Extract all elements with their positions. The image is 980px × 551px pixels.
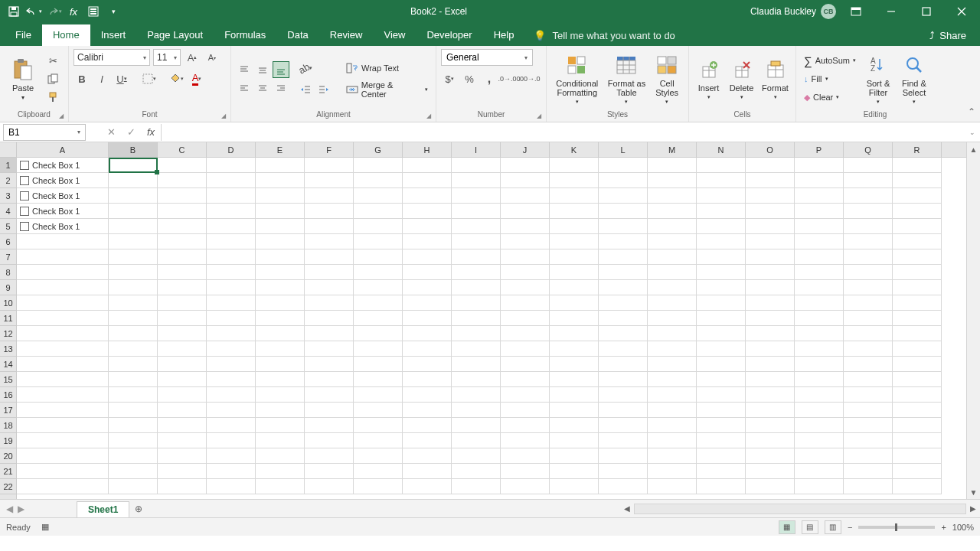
cell-C22[interactable] [158,479,207,494]
cell-Q14[interactable] [844,357,893,372]
cell-E20[interactable] [256,448,305,464]
cell-L2[interactable] [599,173,648,188]
cell-D19[interactable] [207,433,256,448]
cell-H17[interactable] [403,403,452,418]
cell-R11[interactable] [893,311,942,326]
column-header-K[interactable]: K [550,142,599,157]
cell-J20[interactable] [501,448,550,464]
cell-G17[interactable] [354,403,403,418]
cell-G22[interactable] [354,479,403,494]
expand-formula-bar-icon[interactable]: ⌄ [965,129,980,136]
cell-I10[interactable] [452,295,501,311]
column-header-D[interactable]: D [207,142,256,157]
column-header-M[interactable]: M [648,142,697,157]
increase-font-icon[interactable]: A▴ [184,49,201,66]
cell-H20[interactable] [403,448,452,464]
cell-F9[interactable] [305,280,354,295]
cell-P16[interactable] [795,387,844,403]
number-launcher[interactable]: ◢ [537,112,541,119]
cell-N5[interactable] [697,219,746,234]
italic-icon[interactable]: I [93,70,110,87]
cell-A14[interactable] [17,357,109,372]
scroll-up-icon[interactable]: ▲ [967,142,980,156]
cell-O9[interactable] [746,280,795,295]
cell-B12[interactable] [109,326,158,341]
cell-N8[interactable] [697,265,746,280]
cells-area[interactable]: Check Box 1Check Box 1Check Box 1Check B… [17,158,966,494]
cell-L5[interactable] [599,219,648,234]
clear-button[interactable]: ◆Clear▾ [801,89,859,106]
column-header-O[interactable]: O [746,142,795,157]
cell-N6[interactable] [697,234,746,249]
cell-N17[interactable] [697,403,746,418]
cell-G11[interactable] [354,311,403,326]
cell-P18[interactable] [795,418,844,433]
cell-styles-button[interactable]: Cell Styles▾ [650,51,684,106]
cell-N10[interactable] [697,295,746,311]
cell-D2[interactable] [207,173,256,188]
cell-P6[interactable] [795,234,844,249]
cell-O18[interactable] [746,418,795,433]
checkbox-control[interactable]: Check Box 1 [20,176,80,185]
row-header-4[interactable]: 4 [0,204,16,219]
cell-F11[interactable] [305,311,354,326]
cell-H15[interactable] [403,372,452,387]
cell-J21[interactable] [501,464,550,479]
save-icon[interactable] [5,2,23,21]
cell-C12[interactable] [158,326,207,341]
enter-formula-icon[interactable]: ✓ [121,124,141,141]
cell-E21[interactable] [256,464,305,479]
cell-D18[interactable] [207,418,256,433]
cell-E10[interactable] [256,295,305,311]
cell-B18[interactable] [109,418,158,433]
cell-Q13[interactable] [844,341,893,357]
cell-P5[interactable] [795,219,844,234]
cell-R19[interactable] [893,433,942,448]
cell-D20[interactable] [207,448,256,464]
checkbox-control[interactable]: Check Box 1 [20,207,80,216]
cell-B13[interactable] [109,341,158,357]
borders-icon[interactable]: ▾ [141,70,158,87]
cell-L10[interactable] [599,295,648,311]
cell-G6[interactable] [354,234,403,249]
cell-I16[interactable] [452,387,501,403]
cell-M18[interactable] [648,418,697,433]
cell-I15[interactable] [452,372,501,387]
function-icon[interactable]: fx [64,2,83,21]
column-header-R[interactable]: R [893,142,942,157]
cell-L6[interactable] [599,234,648,249]
cell-A18[interactable] [17,418,109,433]
cell-H6[interactable] [403,234,452,249]
cell-P1[interactable] [795,158,844,173]
cell-A12[interactable] [17,326,109,341]
row-header-21[interactable]: 21 [0,464,16,479]
user-name[interactable]: Claudia Buckley [750,6,816,17]
cell-A22[interactable] [17,479,109,494]
cell-A2[interactable]: Check Box 1 [17,173,109,188]
undo-icon[interactable]: ▾ [24,2,43,21]
cell-B10[interactable] [109,295,158,311]
cell-I21[interactable] [452,464,501,479]
cell-P14[interactable] [795,357,844,372]
row-header-18[interactable]: 18 [0,418,16,433]
cell-G9[interactable] [354,280,403,295]
cell-N16[interactable] [697,387,746,403]
cell-K22[interactable] [550,479,599,494]
cell-L21[interactable] [599,464,648,479]
delete-cells-button[interactable]: Delete▾ [727,51,756,106]
cell-O20[interactable] [746,448,795,464]
cell-G7[interactable] [354,249,403,265]
cell-A1[interactable]: Check Box 1 [17,158,109,173]
tab-formulas[interactable]: Formulas [214,24,276,46]
zoom-level[interactable]: 100% [952,523,974,532]
column-header-A[interactable]: A [17,142,109,157]
cell-N7[interactable] [697,249,746,265]
cell-L17[interactable] [599,403,648,418]
cell-K2[interactable] [550,173,599,188]
cell-A21[interactable] [17,464,109,479]
cell-K17[interactable] [550,403,599,418]
cell-B8[interactable] [109,265,158,280]
cell-I22[interactable] [452,479,501,494]
cell-D3[interactable] [207,188,256,204]
cell-H11[interactable] [403,311,452,326]
